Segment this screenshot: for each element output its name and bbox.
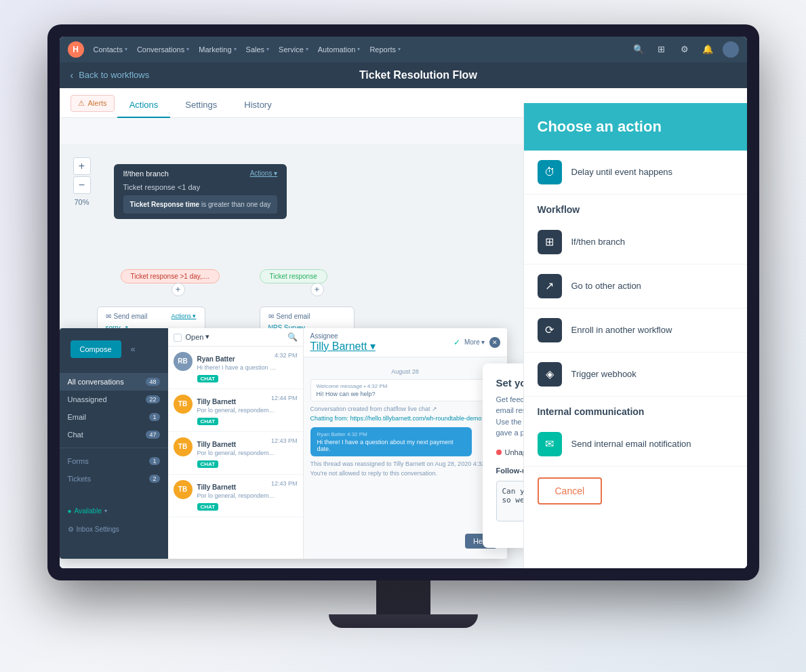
branch-green-label: Ticket response <box>260 269 327 283</box>
sidebar-items: All conversations 48 Unassigned 22 Email… <box>60 370 168 490</box>
chatting-text: Chatting from: https://hello.tillybarnet… <box>310 415 500 422</box>
tilly-avatar-3: TB <box>174 480 193 499</box>
nav-contacts[interactable]: Contacts ▾ <box>94 45 127 54</box>
workflow-title: Ticket Resolution Flow <box>359 69 531 81</box>
conversations-sidebar: Compose « All conversations 48 Unassigne… <box>60 328 168 559</box>
action-panel: Choose an action ⏱ Delay until event hap… <box>523 103 747 568</box>
hubspot-logo: H <box>68 41 84 58</box>
monitor-frame: H Contacts ▾ Conversations ▾ Marketing ▾… <box>47 24 759 580</box>
monitor-container: H Contacts ▾ Conversations ▾ Marketing ▾… <box>31 24 776 648</box>
ifthen-condition-box: Ticket Response time is greater than one… <box>123 195 278 214</box>
tilly-avatar-2: TB <box>174 437 193 456</box>
tab-actions[interactable]: Actions <box>117 93 171 118</box>
chat-area: Assignee Tilly Barnett ▾ ✓ More ▾ ✕ Augu… <box>304 328 507 559</box>
collapse-icon[interactable]: « <box>131 344 136 354</box>
conversation-list: Open ▾ 🔍 RB Ryan Batter 4:32 PM Hi t <box>168 328 304 559</box>
unhappy-dot <box>496 450 502 455</box>
bell-icon[interactable]: 🔔 <box>700 41 716 58</box>
inbox-settings[interactable]: ⚙ Inbox Settings <box>60 520 168 538</box>
nav-service[interactable]: Service ▾ <box>279 45 308 54</box>
delay-action-item[interactable]: ⏱ Delay until event happens <box>524 151 747 195</box>
branch-red-label: Ticket response >1 day,.... <box>121 269 220 283</box>
nav-conversations[interactable]: Conversations ▾ <box>137 45 189 54</box>
enroll-action-label: Enroll in another workflow <box>571 325 672 335</box>
action-panel-header: Choose an action <box>524 103 747 151</box>
choose-action-title: Choose an action <box>538 118 662 135</box>
sidebar-item-tickets[interactable]: Tickets 2 <box>60 470 168 488</box>
enroll-action-item[interactable]: ⟳ Enroll in another workflow <box>524 309 747 353</box>
nav-sales[interactable]: Sales ▾ <box>246 45 270 54</box>
sidebar-item-email[interactable]: Email 1 <box>60 408 168 426</box>
plus-button-2[interactable]: + <box>310 283 324 296</box>
nav-marketing[interactable]: Marketing ▾ <box>199 45 236 54</box>
grid-icon[interactable]: ⊞ <box>653 41 670 58</box>
send-email-1-title: ✉ Send email <box>106 313 148 320</box>
goto-icon: ↗ <box>538 274 562 298</box>
workflow-section-header: Workflow <box>524 195 747 220</box>
reply-note: You're not allowed to reply to this conv… <box>310 470 500 477</box>
ifthen-actions-link[interactable]: Actions ▾ <box>250 170 278 177</box>
reassigned-text: This thread was reassigned to Tilly Barn… <box>310 460 500 467</box>
goto-action-label: Go to other action <box>571 281 641 291</box>
ifthen-title: If/then branch <box>123 170 169 178</box>
available-status[interactable]: ● Available ▾ <box>60 502 168 520</box>
tab-settings[interactable]: Settings <box>173 93 229 118</box>
conv-item-ryan[interactable]: RB Ryan Batter 4:32 PM Hi there! I have … <box>168 347 303 389</box>
webhook-action-label: Trigger webhook <box>571 369 637 379</box>
chatflow-text: Conversation created from chatflow live … <box>310 406 500 412</box>
welcome-message: Welcome message • 4:32 PM Hi! How can we… <box>310 379 500 401</box>
back-to-workflows[interactable]: Back to workflows <box>79 70 149 80</box>
sidebar-item-unassigned[interactable]: Unassigned 22 <box>60 391 168 408</box>
conv-item-tilly-2[interactable]: TB Tilly Barnett 12:43 PM Por lo general… <box>168 432 303 475</box>
back-arrow-icon: ‹ <box>70 70 74 81</box>
alerts-button[interactable]: ⚠ Alerts <box>70 95 115 112</box>
user-avatar[interactable] <box>723 41 739 58</box>
alert-icon: ⚠ <box>78 99 85 108</box>
zoom-in-button[interactable]: + <box>73 157 91 175</box>
ifthen-branch-label: Ticket response <1 day <box>123 183 278 191</box>
search-icon-conv[interactable]: 🔍 <box>287 332 298 342</box>
goto-action-item[interactable]: ↗ Go to other action <box>524 264 747 309</box>
nav-reports[interactable]: Reports ▾ <box>369 45 401 54</box>
tab-history[interactable]: History <box>232 93 283 118</box>
more-button[interactable]: More ▾ <box>464 338 485 346</box>
webhook-action-item[interactable]: ◈ Trigger webhook <box>524 353 747 397</box>
search-icon[interactable]: 🔍 <box>630 41 647 58</box>
plus-button-1[interactable]: + <box>172 283 185 296</box>
email-icon: ✉ <box>106 313 111 320</box>
sidebar-item-chat[interactable]: Chat 47 <box>60 426 168 443</box>
tilly-avatar-1: TB <box>174 395 193 414</box>
nav-icons: 🔍 ⊞ ⚙ 🔔 <box>630 41 739 58</box>
internal-email-icon: ✉ <box>538 432 562 456</box>
close-icon[interactable]: ✕ <box>489 337 500 348</box>
assignee-name[interactable]: Tilly Barnett ▾ <box>310 340 376 353</box>
delay-icon: ⏱ <box>538 160 562 184</box>
back-bar: ‹ Back to workflows Ticket Resolution Fl… <box>60 62 747 88</box>
open-filter-dropdown[interactable]: Open ▾ <box>186 332 210 341</box>
zoom-out-button[interactable]: − <box>73 176 91 194</box>
settings-gear-icon: ⚙ <box>68 526 74 533</box>
send-email-2-title: ✉ Send email <box>268 313 310 320</box>
conv-item-tilly-3[interactable]: TB Tilly Barnett 12:43 PM Por lo general… <box>168 475 303 517</box>
ifthen-action-item[interactable]: ⊞ If/then branch <box>524 220 747 264</box>
gear-icon[interactable]: ⚙ <box>677 41 693 58</box>
ifthen-node[interactable]: If/then branch Actions ▾ Ticket response… <box>114 164 287 219</box>
sidebar-item-all[interactable]: All conversations 48 <box>60 373 168 391</box>
conv-item-tilly-1[interactable]: TB Tilly Barnett 12:44 PM Por lo general… <box>168 389 303 432</box>
internal-email-label: Send internal email notification <box>571 439 691 449</box>
status-dot: ● <box>68 507 72 515</box>
nav-automation[interactable]: Automation ▾ <box>318 45 361 54</box>
ryan-avatar: RB <box>174 352 193 371</box>
ifthen-action-label: If/then branch <box>571 237 626 247</box>
send-email-actions-link[interactable]: Actions ▾ <box>171 313 196 319</box>
compose-button[interactable]: Compose <box>70 340 121 358</box>
chat-header: Assignee Tilly Barnett ▾ ✓ More ▾ ✕ <box>304 328 507 357</box>
internal-section-header: Internal communication <box>524 397 747 422</box>
internal-email-item[interactable]: ✉ Send internal email notification <box>524 422 747 467</box>
sidebar-item-forms[interactable]: Forms 1 <box>60 452 168 470</box>
email-icon-2: ✉ <box>268 313 274 320</box>
top-nav: H Contacts ▾ Conversations ▾ Marketing ▾… <box>60 37 747 62</box>
cancel-button[interactable]: Cancel <box>538 477 603 505</box>
select-all-checkbox[interactable] <box>174 334 182 342</box>
conv-list-header: Open ▾ 🔍 <box>168 328 303 347</box>
